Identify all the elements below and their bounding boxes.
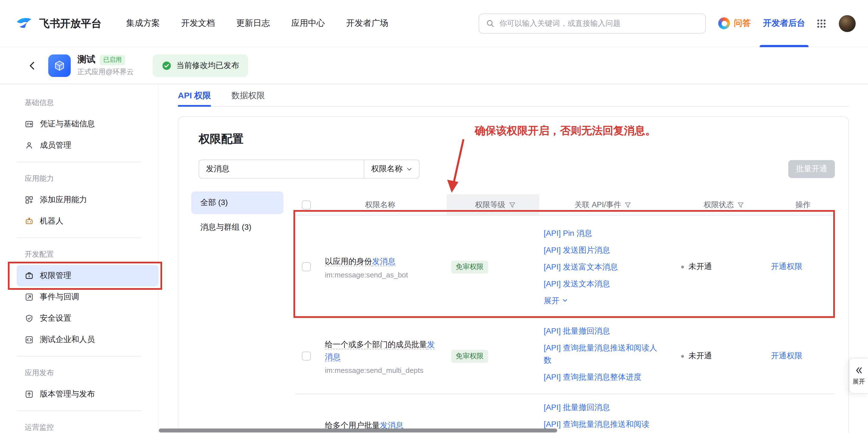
row-checkbox[interactable] (302, 262, 311, 271)
qa-link[interactable]: 问答 (718, 18, 751, 29)
nav-item-dev-plaza[interactable]: 开发者广场 (346, 18, 388, 29)
app-icon (48, 54, 71, 77)
sidebar-divider (17, 410, 142, 411)
table-row: 给多个用户批量发消息 [API] 批量撤回消息 [API] 查询批量消息推送和阅… (295, 394, 835, 433)
chevron-down-icon (562, 298, 568, 303)
sidebar-item-label: 添加应用能力 (40, 195, 87, 205)
filter-label: 权限名称 (371, 164, 403, 174)
api-link[interactable]: [API] 批量撤回消息 (544, 401, 662, 413)
sidebar-item-members[interactable]: 成员管理 (0, 135, 158, 156)
row-checkbox[interactable] (302, 352, 311, 360)
sidebar-item-credentials[interactable]: 凭证与基础信息 (0, 113, 158, 135)
status-cell: 未开通 (681, 351, 767, 361)
api-link[interactable]: [API] 发送富文本消息 (544, 261, 662, 273)
qa-label: 问答 (734, 18, 751, 29)
expand-apis-link[interactable]: 展开 (544, 294, 662, 307)
sidebar-item-label: 机器人 (40, 216, 63, 226)
sidebar-item-test-org[interactable]: 测试企业和人员 (0, 329, 158, 350)
sidebar-item-label: 事件与回调 (40, 292, 79, 302)
category-all[interactable]: 全部 (3) (191, 192, 283, 214)
category-message-group[interactable]: 消息与群组 (3) (191, 216, 283, 239)
nav-item-integration[interactable]: 集成方案 (126, 18, 160, 29)
expand-label: 展开 (852, 377, 865, 385)
app-meta: 测试 已启用 正式应用@环界云 (78, 54, 133, 77)
sidebar-item-add-capability[interactable]: 添加应用能力 (0, 189, 158, 211)
open-permission-link[interactable]: 开通权限 (771, 262, 802, 272)
table-row: 以应用的身份发消息 im:message:send_as_bot 免审权限 [A… (295, 216, 835, 318)
sidebar-section-dev-config: 开发配置 (0, 244, 158, 265)
sidebar-item-bot[interactable]: 机器人 (0, 211, 158, 232)
status-dot-icon (681, 355, 684, 357)
api-link[interactable]: [API] 查询批量消息推送和阅读 (544, 418, 662, 430)
apps-grid-icon[interactable] (816, 18, 828, 29)
tab-data-permission[interactable]: 数据权限 (231, 85, 265, 106)
permission-search-input[interactable] (198, 160, 364, 179)
api-link[interactable]: [API] 批量撤回消息 (544, 325, 662, 337)
user-avatar[interactable] (839, 15, 856, 32)
tab-api-permission[interactable]: API 权限 (178, 85, 211, 106)
publish-banner-text: 当前修改均已发布 (176, 60, 239, 70)
sidebar-section-monitor: 运营监控 (0, 417, 158, 433)
status-cell: 未开通 (681, 262, 767, 272)
sidebar-item-label: 成员管理 (40, 140, 71, 150)
permission-name[interactable]: 以应用的身份发消息 (325, 255, 435, 267)
console-label: 开发者后台 (763, 18, 805, 29)
open-permission-link[interactable]: 开通权限 (771, 351, 802, 361)
sidebar-section-release: 应用发布 (0, 362, 158, 383)
level-badge: 免审权限 (451, 260, 488, 273)
category-label: 全部 (3) (200, 198, 228, 208)
sidebar-item-security[interactable]: 安全设置 (0, 308, 158, 329)
status-dot-icon (681, 265, 684, 268)
sidebar-item-events[interactable]: 事件与回调 (0, 286, 158, 308)
permission-code: im:message:send_multi_depts (325, 366, 435, 374)
annotation-arrow-icon (438, 137, 483, 196)
nav-item-app-center[interactable]: 应用中心 (291, 18, 325, 29)
api-link[interactable]: [API] Pin 消息 (544, 227, 662, 239)
col-header-action: 操作 (767, 194, 835, 215)
horizontal-scrollbar[interactable] (159, 429, 557, 432)
sidebar-item-label: 安全设置 (40, 313, 71, 323)
sidebar-item-permissions[interactable]: 权限管理 (17, 265, 158, 286)
select-all-checkbox[interactable] (302, 200, 311, 209)
bulk-open-button[interactable]: 批量开通 (788, 160, 835, 178)
permission-name[interactable]: 给一个或多个部门的成员批量发消息 (325, 338, 435, 363)
qa-icon (718, 18, 730, 29)
permission-config-card: 权限配置 权限名称 批量开通 全部 (3) 消息与群组 (3) 权限名称 (178, 116, 849, 433)
double-chevron-left-icon (855, 366, 863, 374)
tab-label: 数据权限 (231, 90, 265, 101)
col-header-status[interactable]: 权限状态 (677, 194, 767, 215)
status-badge: 已启用 (100, 55, 125, 65)
api-link[interactable]: [API] 发送图片消息 (544, 244, 662, 256)
navbar-search-input[interactable] (499, 19, 699, 28)
credential-icon (25, 120, 34, 128)
col-header-api[interactable]: 关联 API/事件 (539, 194, 677, 215)
sidebar-section-capability: 应用能力 (0, 168, 158, 189)
api-link[interactable]: [API] 查询批量消息推送和阅读人数 (544, 342, 662, 366)
navbar-search[interactable] (478, 13, 706, 33)
sidebar-item-version-release[interactable]: 版本管理与发布 (0, 383, 158, 405)
search-filter-dropdown[interactable]: 权限名称 (364, 160, 420, 179)
card-heading: 权限配置 (198, 132, 244, 147)
app-header: 测试 已启用 正式应用@环界云 当前修改均已发布 (0, 47, 868, 84)
sidebar-divider (17, 237, 142, 238)
console-link[interactable]: 开发者后台 (763, 0, 805, 47)
brand-title[interactable]: 飞书开放平台 (39, 16, 101, 30)
app-subtitle: 正式应用@环界云 (78, 67, 133, 77)
col-header-name: 权限名称 (320, 194, 446, 215)
release-icon (25, 390, 34, 399)
nav-item-changelog[interactable]: 更新日志 (236, 18, 270, 29)
permission-code: im:message:send_as_bot (325, 270, 435, 279)
back-button[interactable] (27, 59, 39, 71)
api-link[interactable]: [API] 发送文本消息 (544, 278, 662, 290)
category-label: 消息与群组 (3) (200, 222, 251, 232)
api-link[interactable]: [API] 查询批量消息整体进度 (544, 371, 662, 383)
members-icon (25, 141, 34, 150)
tab-label: API 权限 (178, 90, 211, 101)
expand-panel-button[interactable]: 展开 (849, 358, 868, 394)
col-header-level[interactable]: 权限等级 (446, 194, 539, 215)
nav-item-docs[interactable]: 开发文档 (181, 18, 215, 29)
feishu-logo-icon[interactable] (14, 14, 34, 33)
chevron-down-icon (406, 166, 412, 172)
sidebar-item-label: 版本管理与发布 (40, 389, 95, 399)
code-brackets-icon (25, 335, 34, 344)
